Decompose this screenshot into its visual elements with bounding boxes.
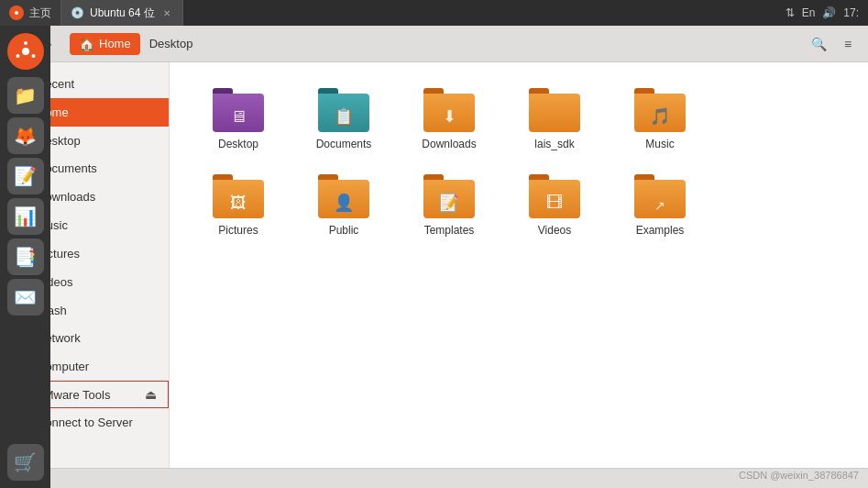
taskbar-home-tab[interactable]: 主页	[0, 0, 61, 26]
dock-firefox-button[interactable]: 🦊	[7, 117, 44, 154]
svg-point-6	[16, 54, 19, 58]
folder-downloads-icon: ⬇	[423, 88, 475, 132]
home-icon: 🏠	[79, 37, 94, 51]
folder-lais-sdk-icon	[529, 88, 580, 132]
svg-point-1	[15, 11, 18, 15]
file-item-downloads[interactable]: ⬇ Downloads	[399, 81, 500, 158]
file-grid: 🖥 Desktop 📋 Documents	[188, 81, 850, 244]
svg-point-3	[22, 48, 29, 55]
menu-button[interactable]: ≡	[835, 31, 861, 57]
dock-calc-button[interactable]: 📊	[7, 198, 44, 235]
folder-templates-icon: 📝	[423, 174, 475, 218]
file-item-music[interactable]: 🎵 Music	[610, 81, 710, 158]
breadcrumb-desktop-label: Desktop	[149, 37, 193, 50]
folder-music-icon: 🎵	[634, 88, 686, 132]
clock: 17:	[843, 6, 859, 19]
volume-icon: 🔊	[822, 6, 836, 19]
ubuntu-dock: 📁 🦊 📝 📊 📑 ✉️ 🛒	[0, 26, 50, 488]
taskbar-ubuntu-label: Ubuntu 64 位	[90, 6, 155, 21]
file-downloads-label: Downloads	[422, 138, 476, 150]
toolbar: ‹ › 🏠 Home Desktop 🔍 ≡	[0, 26, 868, 62]
file-item-desktop[interactable]: 🖥 Desktop	[188, 81, 289, 158]
file-area: 🖥 Desktop 📋 Documents	[170, 62, 868, 468]
file-lais-sdk-label: lais_sdk	[534, 138, 574, 150]
ubuntu-logo-icon	[9, 6, 24, 20]
folder-public-icon: 👤	[318, 174, 369, 218]
file-item-templates[interactable]: 📝 Templates	[399, 167, 500, 244]
file-item-lais-sdk[interactable]: lais_sdk	[504, 81, 605, 158]
file-item-examples[interactable]: ↗ Examples	[610, 167, 710, 244]
dock-impress-button[interactable]: 📑	[7, 238, 44, 275]
folder-pictures-icon: 🖼	[213, 174, 264, 218]
breadcrumb-home[interactable]: 🏠 Home	[70, 33, 140, 55]
folder-examples-icon: ↗	[634, 174, 686, 218]
file-item-public[interactable]: 👤 Public	[293, 167, 394, 244]
file-pictures-label: Pictures	[218, 224, 258, 237]
dock-amazon-button[interactable]: 🛒	[7, 444, 44, 481]
ubuntu-logo-button[interactable]	[7, 33, 44, 70]
search-button[interactable]: 🔍	[806, 31, 831, 57]
breadcrumb-home-label: Home	[99, 37, 131, 50]
folder-desktop-icon: 🖥	[213, 88, 264, 132]
disc-icon: 💿	[71, 6, 84, 19]
taskbar-home-label: 主页	[29, 6, 51, 21]
file-videos-label: Videos	[538, 224, 571, 237]
dock-writer-button[interactable]: 📝	[7, 158, 44, 194]
file-music-label: Music	[645, 138, 674, 150]
tab-close-button[interactable]: ✕	[160, 6, 173, 19]
content-area: 🕐 Recent 🏠 Home 🖥 Desktop 📄 Documents ⬇ …	[0, 62, 868, 468]
lang-indicator: En	[802, 6, 816, 19]
dock-files-button[interactable]: 📁	[7, 77, 44, 114]
file-documents-label: Documents	[316, 138, 372, 150]
folder-documents-icon: 📋	[318, 88, 369, 132]
svg-point-5	[31, 54, 35, 58]
breadcrumb-desktop[interactable]: Desktop	[140, 33, 203, 54]
eject-icon[interactable]: ⏏	[145, 387, 157, 402]
file-desktop-label: Desktop	[218, 138, 258, 150]
file-manager: ‹ › 🏠 Home Desktop 🔍 ≡ 🕐 Recent 🏠 Home	[0, 26, 868, 488]
taskbar: 主页 💿 Ubuntu 64 位 ✕ ⇅ En 🔊 17:	[0, 0, 868, 26]
breadcrumb: 🏠 Home Desktop	[70, 33, 202, 55]
folder-videos-icon: 🎞	[529, 174, 580, 218]
file-item-pictures[interactable]: 🖼 Pictures	[188, 167, 289, 244]
svg-point-4	[24, 41, 27, 45]
status-bar: 10 items	[0, 468, 868, 488]
file-examples-label: Examples	[636, 224, 685, 237]
file-templates-label: Templates	[424, 224, 475, 237]
sidebar-connect-label: Connect to Server	[37, 416, 133, 429]
taskbar-ubuntu-tab[interactable]: 💿 Ubuntu 64 位 ✕	[61, 0, 183, 26]
sort-icon: ⇅	[786, 6, 795, 19]
file-public-label: Public	[329, 224, 359, 237]
file-item-documents[interactable]: 📋 Documents	[293, 81, 394, 158]
file-item-videos[interactable]: 🎞 Videos	[504, 167, 605, 244]
dock-mail-button[interactable]: ✉️	[7, 279, 44, 316]
system-tray: ⇅ En 🔊 17:	[786, 6, 868, 19]
